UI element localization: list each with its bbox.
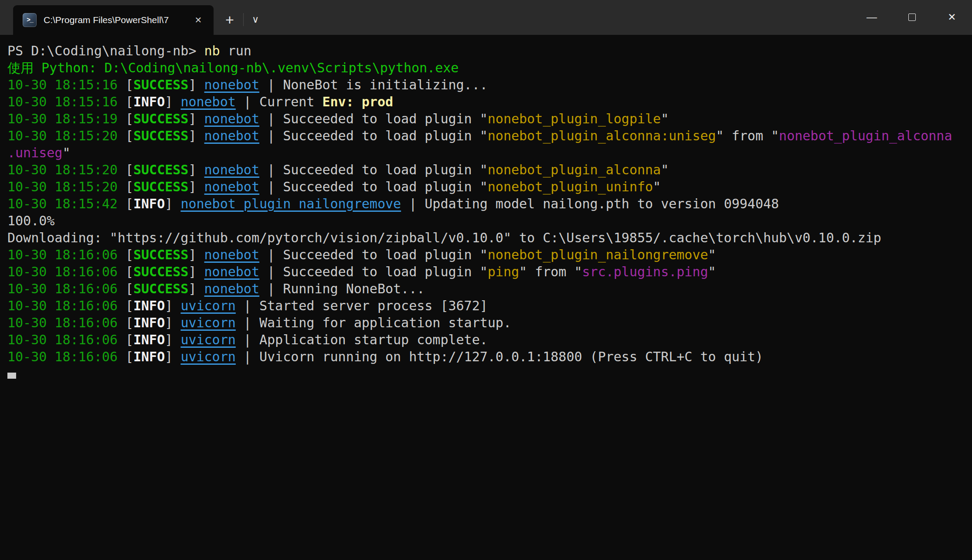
logger-name: uvicorn <box>180 298 235 313</box>
log-text: ] <box>188 162 204 177</box>
log-text: " <box>708 247 716 262</box>
log-text: SUCCESS <box>133 179 188 194</box>
log-text: [ <box>126 111 133 126</box>
log-text: | Running NoneBot... <box>259 281 425 296</box>
plugin-name: nonebot_plugin_logpile <box>488 111 661 126</box>
module-name: nonebot_plugin_alconna <box>779 128 952 143</box>
log-text: [ <box>126 247 133 262</box>
log-text: " <box>653 179 661 194</box>
log-text: | Uvicorn running on http://127.0.0.1:18… <box>236 349 763 364</box>
tab-powershell[interactable]: >_ C:\Program Files\PowerShell\7 ✕ <box>13 5 214 35</box>
log-text: 10-30 18:16:06 <box>7 349 126 364</box>
log-text: | NoneBot is initializing... <box>259 77 488 92</box>
log-text: 10-30 18:15:20 <box>7 179 126 194</box>
titlebar[interactable]: >_ C:\Program Files\PowerShell\7 ✕ + ∨ —… <box>0 0 972 35</box>
terminal-line: 10-30 18:15:42 [INFO] nonebot_plugin_nai… <box>7 195 972 212</box>
terminal-output[interactable]: PS D:\Coding\nailong-nb> nb run使用 Python… <box>0 35 972 560</box>
log-text: SUCCESS <box>133 128 188 143</box>
log-text: 10-30 18:15:16 <box>7 77 126 92</box>
logger-name: uvicorn <box>180 315 235 330</box>
terminal-line: Downloading: "https://github.com/pytorch… <box>7 229 972 246</box>
log-text: ] <box>188 77 204 92</box>
logger-name: nonebot <box>204 128 259 143</box>
plugin-name: nonebot_plugin_nailongremove <box>488 247 708 262</box>
log-text: | Succeeded to load plugin " <box>259 264 488 279</box>
plugin-name: nonebot_plugin_alconna <box>488 162 661 177</box>
log-text: [ <box>126 298 133 313</box>
log-text: 100.0% <box>7 213 54 228</box>
logger-name: nonebot <box>204 264 259 279</box>
log-text: 10-30 18:16:06 <box>7 264 126 279</box>
tabbar-divider <box>243 13 244 26</box>
logger-name: nonebot <box>204 281 259 296</box>
logger-name: nonebot <box>204 179 259 194</box>
tab-close-icon[interactable]: ✕ <box>191 13 206 27</box>
logger-name: nonebot_plugin_nailongremove <box>180 196 401 211</box>
log-text: SUCCESS <box>133 247 188 262</box>
terminal-line: 10-30 18:15:19 [SUCCESS] nonebot | Succe… <box>7 110 972 127</box>
log-text: | Waiting for application startup. <box>236 315 511 330</box>
log-text: " from " <box>716 128 779 143</box>
log-text: INFO <box>133 315 165 330</box>
terminal-line: 100.0% <box>7 212 972 229</box>
plugin-name: ping <box>488 264 519 279</box>
logger-name: uvicorn <box>180 349 235 364</box>
log-text: ] <box>188 264 204 279</box>
log-text: PS D:\Coding\nailong-nb> <box>7 43 204 58</box>
log-text: SUCCESS <box>133 264 188 279</box>
log-text: 10-30 18:15:42 <box>7 196 126 211</box>
log-text: " <box>62 145 70 160</box>
terminal-line: 10-30 18:16:06 [INFO] uvicorn | Waiting … <box>7 314 972 331</box>
plugin-name: nonebot_plugin_uninfo <box>488 179 653 194</box>
log-text: | Succeeded to load plugin " <box>259 162 488 177</box>
log-text: | Updating model nailong.pth to version … <box>401 196 779 211</box>
log-text: ] <box>165 298 180 313</box>
terminal-cursor <box>7 373 16 379</box>
log-text: 10-30 18:16:06 <box>7 315 126 330</box>
log-text: | Started server process [3672] <box>236 298 488 313</box>
maximize-button[interactable] <box>892 0 932 34</box>
terminal-window: >_ C:\Program Files\PowerShell\7 ✕ + ∨ —… <box>0 0 972 560</box>
log-text: INFO <box>133 349 165 364</box>
window-controls: — ✕ <box>852 0 972 34</box>
terminal-line: 10-30 18:16:06 [SUCCESS] nonebot | Succe… <box>7 246 972 263</box>
log-text: | Current <box>236 94 323 109</box>
log-text: ] <box>188 281 204 296</box>
terminal-line: 10-30 18:16:06 [INFO] uvicorn | Applicat… <box>7 331 972 348</box>
log-text: 10-30 18:16:06 <box>7 332 126 347</box>
terminal-line: 10-30 18:15:20 [SUCCESS] nonebot | Succe… <box>7 127 972 144</box>
log-text: | Succeeded to load plugin " <box>259 247 488 262</box>
log-text: [ <box>126 264 133 279</box>
log-text: ] <box>165 196 180 211</box>
minimize-button[interactable]: — <box>852 0 892 34</box>
log-text: 10-30 18:16:06 <box>7 298 126 313</box>
log-text: ] <box>165 94 180 109</box>
log-text: [ <box>126 162 133 177</box>
log-text: ] <box>165 315 180 330</box>
log-text: SUCCESS <box>133 77 188 92</box>
log-text: [ <box>126 128 133 143</box>
log-text: ] <box>188 247 204 262</box>
terminal-line: 10-30 18:16:06 [SUCCESS] nonebot | Succe… <box>7 263 972 280</box>
log-text: 10-30 18:15:16 <box>7 94 126 109</box>
log-text: SUCCESS <box>133 281 188 296</box>
logger-name: nonebot <box>204 247 259 262</box>
terminal-line: 10-30 18:15:16 [INFO] nonebot | Current … <box>7 93 972 110</box>
terminal-line: .uniseg" <box>7 144 972 161</box>
log-text: [ <box>126 281 133 296</box>
log-text: 10-30 18:15:20 <box>7 128 126 143</box>
tab-dropdown-chevron-icon[interactable]: ∨ <box>246 10 265 29</box>
terminal-line: 使用 Python: D:\Coding\nailong-nb\.venv\Sc… <box>7 59 972 76</box>
logger-name: nonebot <box>180 94 235 109</box>
close-button[interactable]: ✕ <box>932 0 972 34</box>
log-text: 10-30 18:15:19 <box>7 111 126 126</box>
log-text: | Succeeded to load plugin " <box>259 111 488 126</box>
new-tab-button[interactable]: + <box>220 10 240 30</box>
log-text: [ <box>126 77 133 92</box>
powershell-icon: >_ <box>23 13 37 27</box>
terminal-line: 10-30 18:16:06 [SUCCESS] nonebot | Runni… <box>7 280 972 297</box>
log-text: SUCCESS <box>133 111 188 126</box>
log-text: INFO <box>133 196 165 211</box>
tab-title: C:\Program Files\PowerShell\7 <box>44 15 191 25</box>
terminal-line: 10-30 18:16:06 [INFO] uvicorn | Uvicorn … <box>7 348 972 365</box>
